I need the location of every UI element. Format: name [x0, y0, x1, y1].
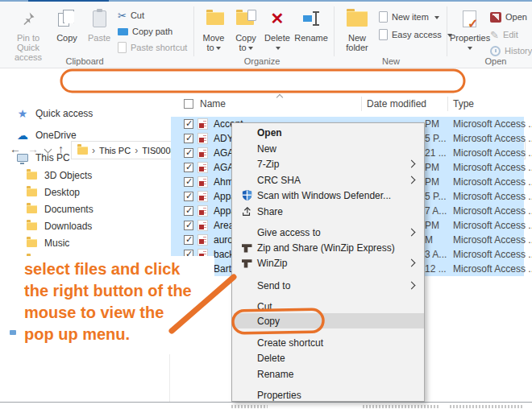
- column-header-date-modified[interactable]: Date modified: [367, 98, 426, 109]
- menu-item-create-shortcut[interactable]: Create shortcut: [234, 335, 424, 350]
- quick-access-star-icon: ★: [16, 107, 29, 120]
- downloads-folder-icon: [25, 222, 38, 230]
- menu-item-zip-and-share[interactable]: Zip and Share (WinZip Express): [234, 240, 424, 255]
- row-checkbox[interactable]: [184, 177, 193, 187]
- column-separator: [447, 97, 448, 111]
- new-folder-button[interactable]: New folder: [339, 6, 376, 52]
- header-checkbox[interactable]: [184, 99, 193, 109]
- menu-item-rename[interactable]: Rename: [234, 366, 424, 382]
- copy-path-button[interactable]: Copy path: [118, 24, 172, 39]
- menu-item-copy[interactable]: Copy: [234, 313, 424, 328]
- copy-to-button[interactable]: Copy to: [231, 6, 261, 52]
- organize-group-label: Organize: [210, 56, 314, 66]
- menu-item-send-to[interactable]: Send to: [234, 278, 424, 293]
- access-app-icon: [490, 12, 501, 23]
- access-file-icon: [197, 162, 208, 173]
- column-separator: [361, 97, 362, 111]
- new-folder-icon: [339, 6, 376, 31]
- cropped-row-fragment: [363, 405, 439, 408]
- dropdown-caret-icon: [468, 47, 472, 52]
- submenu-arrow-icon: [408, 282, 416, 290]
- row-checkbox[interactable]: [184, 221, 193, 230]
- desktop-folder-icon: [25, 188, 38, 196]
- onedrive-cloud-icon: ☁: [16, 129, 29, 142]
- properties-button[interactable]: ✓ Properties: [450, 6, 488, 52]
- dropdown-caret-icon: [216, 47, 221, 52]
- copy-button[interactable]: Copy: [52, 6, 82, 43]
- 3d-objects-folder-icon: [25, 171, 38, 180]
- winzip-icon: [240, 257, 253, 270]
- menu-item-open[interactable]: Open: [234, 125, 424, 140]
- annotation-text: select files and click the right button …: [21, 256, 214, 349]
- ribbon: Pin to Quick access Copy Paste ✂ Cut Cop…: [0, 2, 532, 68]
- open-group-label: Open: [451, 56, 532, 66]
- access-file-icon: [197, 234, 208, 246]
- access-file-icon: [197, 191, 208, 202]
- menu-item-winzip[interactable]: WinZip: [234, 255, 424, 271]
- row-checkbox[interactable]: [184, 235, 193, 245]
- sidebar-item-downloads[interactable]: Downloads: [0, 218, 165, 234]
- sidebar-item-3d-objects[interactable]: 3D Objects: [0, 167, 165, 184]
- context-menu: Open New 7-Zip CRC SHA Scan with Windows…: [231, 122, 425, 402]
- row-checkbox[interactable]: [184, 206, 193, 216]
- delete-icon: ✕: [263, 6, 292, 31]
- sidebar-item-desktop[interactable]: Desktop: [0, 184, 165, 200]
- row-checkbox[interactable]: [184, 148, 193, 158]
- menu-item-delete[interactable]: Delete: [234, 350, 424, 366]
- cut-button[interactable]: ✂ Cut: [118, 8, 144, 23]
- easy-access-icon: [379, 29, 388, 40]
- submenu-arrow-icon: [408, 176, 416, 184]
- sidebar-item-documents[interactable]: Documents: [0, 201, 165, 217]
- access-file-icon: [197, 133, 208, 144]
- rename-button[interactable]: Rename: [293, 6, 329, 43]
- menu-item-properties[interactable]: Properties: [234, 387, 424, 403]
- properties-icon: ✓: [450, 6, 488, 31]
- access-file-icon: [197, 147, 208, 159]
- column-header-name[interactable]: Name: [200, 98, 226, 109]
- group-separator: [193, 6, 194, 56]
- menu-item-share[interactable]: Share: [234, 204, 424, 219]
- easy-access-button[interactable]: Easy access: [379, 27, 452, 42]
- row-checkbox[interactable]: [184, 134, 193, 143]
- group-separator: [447, 6, 447, 56]
- row-checkbox[interactable]: [184, 192, 193, 201]
- submenu-arrow-icon: [408, 259, 416, 267]
- sidebar-item-quick-access[interactable]: ★ Quick access: [0, 105, 165, 122]
- menu-item-7zip[interactable]: 7-Zip: [234, 156, 424, 171]
- menu-item-give-access-to[interactable]: Give access to: [234, 225, 424, 240]
- sidebar-item-this-pc[interactable]: This PC: [0, 150, 165, 166]
- pane-divider: [169, 354, 170, 402]
- move-to-button[interactable]: ← Move to: [198, 6, 229, 52]
- access-file-icon: [197, 176, 208, 188]
- delete-button[interactable]: ✕ Delete: [263, 6, 292, 52]
- history-icon: [490, 46, 501, 56]
- row-checkbox[interactable]: [184, 119, 193, 129]
- address-bar: ← → ↑ › This PC › TIS0008500C (C:) › Use…: [0, 69, 532, 92]
- group-separator: [334, 6, 335, 56]
- menu-item-crc-sha[interactable]: CRC SHA: [234, 172, 424, 188]
- clipboard-group-label: Clipboard: [32, 56, 137, 66]
- music-folder-icon: [25, 239, 38, 247]
- column-header-type[interactable]: Type: [453, 98, 474, 109]
- new-item-button[interactable]: New item: [379, 10, 439, 24]
- sidebar-item-onedrive[interactable]: ☁ OneDrive: [0, 127, 165, 143]
- documents-folder-icon: [25, 205, 38, 213]
- paste-button[interactable]: Paste: [84, 6, 114, 43]
- sidebar-item-music[interactable]: Music: [0, 235, 165, 251]
- submenu-arrow-icon: [408, 229, 416, 237]
- dropdown-caret-icon: [276, 47, 281, 52]
- menu-item-new[interactable]: New: [234, 141, 424, 156]
- paste-icon: [84, 6, 114, 31]
- edit-button[interactable]: ✎ Edit: [490, 27, 518, 42]
- paste-shortcut-button[interactable]: Paste shortcut: [118, 40, 187, 55]
- pin-to-quick-access-button[interactable]: Pin to Quick access: [6, 6, 50, 62]
- menu-item-cut[interactable]: Cut: [234, 299, 424, 314]
- sort-ascending-icon: [276, 94, 283, 101]
- dropdown-caret-icon: [248, 47, 253, 52]
- menu-item-scan-defender[interactable]: Scan with Windows Defender...: [234, 188, 424, 203]
- new-item-icon: [379, 11, 388, 23]
- move-to-icon: ←: [198, 6, 229, 31]
- pin-icon: [6, 6, 50, 31]
- open-button[interactable]: Open: [490, 10, 532, 24]
- row-checkbox[interactable]: [184, 163, 193, 172]
